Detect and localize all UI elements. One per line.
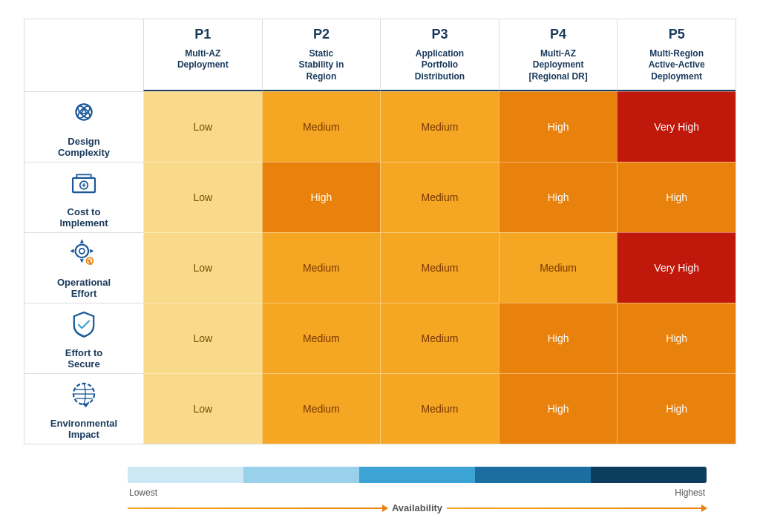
col-header-p2: P2 (262, 19, 381, 45)
cell-secure-p1: Low (143, 303, 262, 373)
legend-highest: Highest (675, 487, 705, 498)
cell-ops-p4: Medium (499, 232, 618, 303)
cell-secure-p5: High (617, 303, 736, 373)
col-header-p5: P5 (617, 19, 736, 45)
cell-env-p4: High (499, 373, 618, 444)
legend-avail-label: Availability (392, 502, 442, 513)
cell-cost-p3: Medium (380, 162, 499, 232)
col-desc-p2: StaticStability inRegion (262, 45, 381, 92)
header-empty (24, 19, 143, 92)
cost-icon (68, 166, 100, 202)
legend-lowest: Lowest (129, 487, 157, 498)
row-header-design: DesignComplexity (24, 91, 143, 162)
cell-ops-p2: Medium (262, 232, 381, 303)
svg-point-9 (79, 249, 85, 254)
ops-icon (68, 237, 100, 272)
legend-seg-1 (128, 467, 243, 483)
comparison-grid: P1P2P3P4P5Multi-AZDeploymentStaticStabil… (24, 19, 736, 445)
cell-ops-p5: Very High (617, 232, 736, 303)
legend-seg-4 (475, 467, 591, 483)
cell-env-p1: Low (143, 373, 262, 444)
cell-env-p5: High (617, 373, 736, 444)
row-label-ops: OperationalEffort (57, 277, 111, 300)
col-header-p4: P4 (499, 19, 618, 45)
cell-cost-p4: High (499, 162, 618, 232)
avail-arrow (128, 508, 387, 509)
cell-ops-p1: Low (143, 232, 262, 303)
cell-secure-p2: Medium (262, 303, 381, 373)
legend-labels: Lowest Highest (128, 487, 707, 498)
cell-design-p5: Very High (617, 91, 736, 162)
col-desc-p4: Multi-AZDeployment[Regional DR] (499, 45, 618, 92)
col-header-p1: P1 (143, 19, 262, 45)
row-label-env: EnvironmentalImpact (50, 418, 117, 441)
avail-arrow-2 (447, 508, 707, 509)
legend-section: Lowest Highest Availability (24, 467, 736, 513)
legend-bar (128, 467, 707, 483)
row-header-cost: Cost toImplement (24, 162, 143, 232)
col-desc-p5: Multi-RegionActive-ActiveDeployment (617, 45, 736, 92)
col-desc-p1: Multi-AZDeployment (143, 45, 262, 92)
main-container: P1P2P3P4P5Multi-AZDeploymentStaticStabil… (16, 4, 744, 529)
legend-seg-3 (359, 467, 475, 483)
cell-design-p1: Low (143, 91, 262, 162)
cell-cost-p1: Low (143, 162, 262, 232)
row-header-secure: Effort toSecure (24, 303, 143, 373)
cell-design-p2: Medium (262, 91, 381, 162)
secure-icon (68, 307, 100, 343)
cell-secure-p3: Medium (380, 303, 499, 373)
legend-avail-row: Availability (128, 502, 707, 513)
row-header-ops: OperationalEffort (24, 232, 143, 303)
row-label-design: DesignComplexity (58, 136, 110, 159)
cell-design-p4: High (499, 91, 618, 162)
legend-seg-5 (591, 467, 707, 483)
cell-secure-p4: High (499, 303, 618, 373)
cell-env-p3: Medium (380, 373, 499, 444)
row-header-env: EnvironmentalImpact (24, 373, 143, 444)
col-desc-p3: ApplicationPortfolioDistribution (380, 45, 499, 92)
design-icon (68, 96, 100, 131)
svg-point-8 (76, 244, 89, 257)
cell-cost-p5: High (617, 162, 736, 232)
row-label-secure: Effort toSecure (65, 347, 103, 370)
cell-cost-p2: High (262, 162, 381, 232)
col-header-p3: P3 (380, 19, 499, 45)
legend-seg-2 (243, 467, 359, 483)
cell-design-p3: Medium (380, 91, 499, 162)
cell-env-p2: Medium (262, 373, 381, 444)
cell-ops-p3: Medium (380, 232, 499, 303)
env-icon (68, 378, 100, 413)
row-label-cost: Cost toImplement (59, 206, 108, 229)
